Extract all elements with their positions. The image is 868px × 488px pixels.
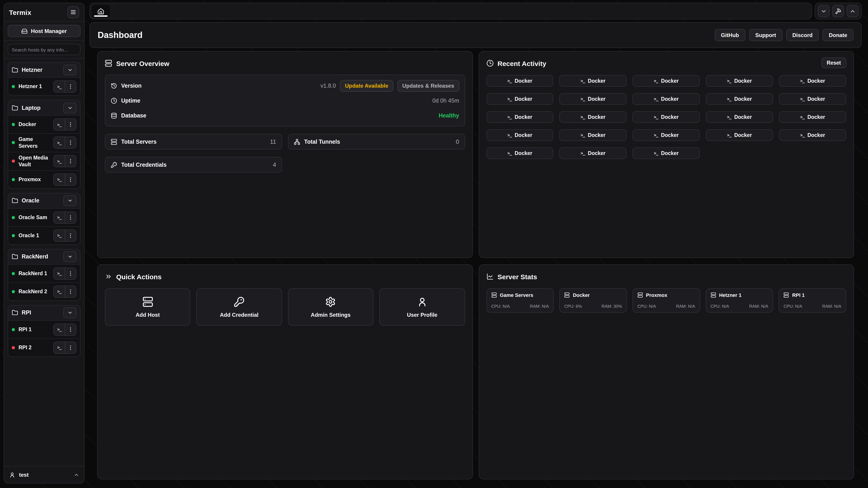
open-terminal-button[interactable]: >_ [54,81,65,92]
activity-item-button[interactable]: >_ Docker [706,129,773,141]
host-menu-button[interactable]: ⋮ [65,342,76,353]
activity-item-button[interactable]: >_ Docker [706,93,773,105]
activity-item-button[interactable]: >_ Docker [779,75,846,87]
activity-item-button[interactable]: >_ Docker [706,111,773,123]
server-icon [784,292,789,298]
host-menu-button[interactable]: ⋮ [65,137,76,149]
host-row[interactable]: Open Media Vault >_ ⋮ [8,152,80,170]
open-terminal-button[interactable]: >_ [54,324,65,335]
group-collapse-button[interactable] [63,195,76,206]
group-collapse-button[interactable] [63,64,76,75]
open-terminal-button[interactable]: >_ [54,137,65,149]
header-links: GitHubSupportDiscordDonate [715,29,854,41]
header-link-button[interactable]: Donate [823,29,854,41]
host-menu-button[interactable]: ⋮ [65,174,76,185]
terminal-icon: >_ [57,233,61,238]
quick-action-card[interactable]: Add Credential [196,288,282,326]
host-row[interactable]: Oracle 1 >_ ⋮ [8,226,80,245]
activity-item-button[interactable]: >_ Docker [779,111,846,123]
open-terminal-button[interactable]: >_ [54,119,65,130]
open-terminal-button[interactable]: >_ [54,286,65,297]
host-row[interactable]: Game Servers >_ ⋮ [8,133,80,152]
quick-action-card[interactable]: Admin Settings [288,288,374,326]
database-icon [111,112,117,119]
activity-item-button[interactable]: >_ Docker [633,93,700,105]
activity-item-button[interactable]: >_ Docker [559,147,627,159]
quick-action-card[interactable]: Add Host [105,288,191,326]
activity-item-button[interactable]: >_ Docker [486,75,554,87]
tab-home[interactable] [92,5,110,17]
host-menu-button[interactable]: ⋮ [65,230,76,241]
activity-item-button[interactable]: >_ Docker [779,129,846,141]
topbar-control-button[interactable] [847,5,859,17]
host-menu-button[interactable]: ⋮ [65,81,76,92]
host-menu-button[interactable]: ⋮ [65,324,76,335]
open-terminal-button[interactable]: >_ [54,230,65,241]
activity-item-button[interactable]: >_ Docker [559,93,627,105]
activity-item-button[interactable]: >_ Docker [559,75,627,87]
open-terminal-button[interactable]: >_ [54,342,65,353]
open-terminal-button[interactable]: >_ [54,156,65,167]
host-menu-button[interactable]: ⋮ [65,286,76,297]
header-link-button[interactable]: GitHub [715,29,745,41]
activity-item-button[interactable]: >_ Docker [633,111,700,123]
open-terminal-button[interactable]: >_ [54,174,65,185]
header-link-button[interactable]: Discord [786,29,819,41]
kebab-menu-icon: ⋮ [68,84,73,89]
host-row[interactable]: Proxmox >_ ⋮ [8,170,80,188]
group-collapse-button[interactable] [63,307,76,318]
group-collapse-button[interactable] [63,252,76,262]
folder-icon [12,198,18,204]
quick-action-card[interactable]: User Profile [379,288,465,326]
host-menu-button[interactable]: ⋮ [65,268,76,279]
host-row[interactable]: Docker >_ ⋮ [8,115,80,133]
activity-item-button[interactable]: >_ Docker [779,93,846,105]
header-link-button[interactable]: Support [749,29,782,41]
clock-icon [111,97,117,104]
activity-item-button[interactable]: >_ Docker [633,75,700,87]
chevron-up-icon [74,472,79,477]
activity-item-label: Docker [734,78,752,84]
activity-item-button[interactable]: >_ Docker [486,93,554,105]
sidebar-menu-button[interactable] [67,6,79,18]
host-row[interactable]: RackNerd 2 >_ ⋮ [8,283,80,300]
database-label: Database [121,112,146,119]
chevron-down-icon [67,105,72,110]
host-menu-button[interactable]: ⋮ [65,119,76,130]
topbar-control-button[interactable] [832,5,844,17]
activity-item-button[interactable]: >_ Docker [706,75,773,87]
group-collapse-button[interactable] [63,102,76,113]
topbar-control-button[interactable] [818,5,830,17]
user-menu[interactable]: test [4,466,84,483]
activity-item-button[interactable]: >_ Docker [633,147,700,159]
reset-button[interactable]: Reset [821,57,846,68]
server-stat-cpu: CPU: N/A [638,304,656,308]
host-row[interactable]: RPI 2 >_ ⋮ [8,338,80,357]
host-menu-button[interactable]: ⋮ [65,212,76,223]
activity-item-button[interactable]: >_ Docker [486,111,554,123]
update-available-button[interactable]: Update Available [340,80,393,92]
host-actions: >_ ⋮ [53,267,76,280]
open-terminal-button[interactable]: >_ [54,212,65,223]
activity-item-button[interactable]: >_ Docker [486,147,554,159]
host-row[interactable]: RackNerd 1 >_ ⋮ [8,264,80,283]
activity-item-label: Docker [661,96,679,102]
host-row[interactable]: RPI 1 >_ ⋮ [8,320,80,338]
open-terminal-button[interactable]: >_ [54,268,65,279]
status-dot [12,141,15,144]
search-input[interactable] [8,44,81,55]
activity-item-button[interactable]: >_ Docker [486,129,554,141]
quick-action-icon [417,296,428,307]
host-group-name: Oracle [22,198,39,204]
activity-item-button[interactable]: >_ Docker [559,129,627,141]
activity-grid: >_ Docker >_ Docker >_ Docker >_ Docker [486,75,846,159]
host-manager-button[interactable]: Host Manager [8,25,81,37]
activity-item-button[interactable]: >_ Docker [633,129,700,141]
activity-item-button[interactable]: >_ Docker [559,111,627,123]
host-menu-button[interactable]: ⋮ [65,156,76,167]
quick-actions-grid: Add Host Add Credential Admin Settings U… [105,288,465,326]
total-stat-card: Total Servers 11 [105,134,282,150]
updates-releases-button[interactable]: Updates & Releases [397,80,459,92]
host-row[interactable]: Oracle Sam >_ ⋮ [8,208,80,226]
host-row[interactable]: Hetzner 1 >_ ⋮ [8,77,80,95]
